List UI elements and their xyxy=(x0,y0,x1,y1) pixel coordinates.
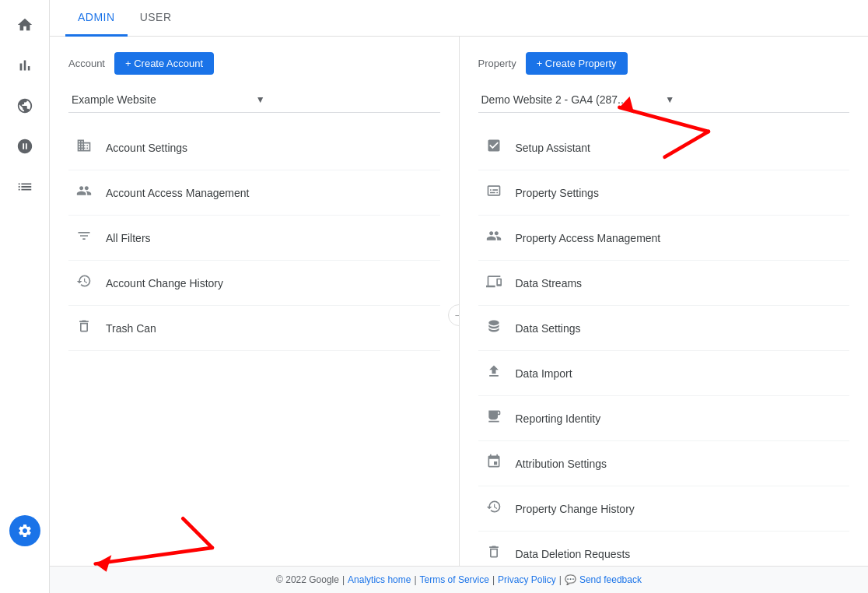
menu-item-reporting-identity-label: Reporting Identity xyxy=(516,412,601,425)
account-menu-items: Account Settings Account Access Manageme… xyxy=(68,125,440,351)
footer-feedback[interactable]: Send feedback xyxy=(579,574,642,585)
sidebar-item-home[interactable] xyxy=(6,6,44,44)
create-property-button[interactable]: + Create Property xyxy=(526,52,628,75)
menu-item-data-import[interactable]: Data Import xyxy=(478,351,850,396)
footer-sep3: | xyxy=(559,574,562,585)
account-dropdown-value: Example Website xyxy=(72,93,253,106)
account-column: Account + Create Account Example Website… xyxy=(50,37,460,593)
menu-item-data-settings-label: Data Settings xyxy=(516,322,581,335)
footer-copyright: © 2022 Google xyxy=(276,574,339,585)
menu-item-property-settings[interactable]: Property Settings xyxy=(478,170,850,216)
account-settings-icon xyxy=(75,138,93,157)
menu-item-property-access-management[interactable]: Property Access Management xyxy=(478,216,850,261)
footer: © 2022 Google | Analytics home | Terms o… xyxy=(50,566,868,593)
footer-privacy[interactable]: Privacy Policy xyxy=(498,574,556,585)
advertising-icon xyxy=(16,138,33,155)
menu-item-property-settings-label: Property Settings xyxy=(516,187,599,199)
menu-item-setup-assistant[interactable]: Setup Assistant xyxy=(478,125,850,170)
account-access-icon xyxy=(75,183,93,202)
sidebar-bottom xyxy=(9,515,40,546)
footer-separator: | xyxy=(342,574,345,585)
list-icon xyxy=(16,178,33,195)
property-change-history-icon xyxy=(485,499,503,518)
menu-item-account-change-history-label: Account Change History xyxy=(106,277,223,289)
sidebar xyxy=(0,0,50,593)
menu-item-reporting-identity[interactable]: Reporting Identity xyxy=(478,396,850,441)
account-change-history-icon xyxy=(75,273,93,293)
tab-user[interactable]: USER xyxy=(128,0,184,37)
property-dropdown-arrow: ▼ xyxy=(665,94,846,105)
home-icon xyxy=(16,16,33,33)
menu-item-attribution-settings-label: Attribution Settings xyxy=(516,458,607,470)
data-import-icon xyxy=(485,363,503,383)
menu-item-property-change-history-label: Property Change History xyxy=(516,503,635,515)
property-column: Property + Create Property Demo Website … xyxy=(460,37,869,593)
reporting-identity-icon xyxy=(485,409,503,428)
attribution-settings-icon xyxy=(485,454,503,473)
data-streams-icon xyxy=(485,273,503,293)
sidebar-item-reports[interactable] xyxy=(6,47,44,84)
account-dropdown[interactable]: Example Website ▼ xyxy=(68,87,440,113)
menu-item-data-deletion-label: Data Deletion Requests xyxy=(516,548,631,560)
create-account-button[interactable]: + Create Account xyxy=(114,52,214,75)
data-deletion-icon xyxy=(485,544,503,563)
column-divider-arrow: → xyxy=(448,304,460,326)
property-settings-icon xyxy=(485,183,503,202)
account-label: Account xyxy=(68,58,105,69)
property-access-icon xyxy=(485,228,503,247)
footer-sep2: | xyxy=(492,574,495,585)
menu-item-account-change-history[interactable]: Account Change History xyxy=(68,261,440,306)
menu-item-account-access-label: Account Access Management xyxy=(106,187,249,199)
menu-item-data-settings[interactable]: Data Settings xyxy=(478,306,850,351)
trash-can-icon xyxy=(75,318,93,338)
menu-item-data-streams-label: Data Streams xyxy=(516,277,583,289)
menu-item-all-filters-label: All Filters xyxy=(106,232,151,244)
account-column-header: Account + Create Account xyxy=(68,52,440,75)
property-column-header: Property + Create Property xyxy=(478,52,850,75)
account-dropdown-arrow: ▼ xyxy=(256,94,437,105)
menu-item-trash-can[interactable]: Trash Can xyxy=(68,306,440,351)
property-menu-items: Setup Assistant Property Settings Proper… xyxy=(478,125,850,577)
menu-item-attribution-settings[interactable]: Attribution Settings xyxy=(478,441,850,486)
menu-item-all-filters[interactable]: All Filters xyxy=(68,216,440,261)
sidebar-item-configure[interactable] xyxy=(6,168,44,205)
tabs-bar: ADMIN USER xyxy=(50,0,868,37)
property-dropdown[interactable]: Demo Website 2 - GA4 (287... ▼ xyxy=(478,87,850,113)
menu-item-trash-can-label: Trash Can xyxy=(106,322,156,335)
menu-item-account-access-management[interactable]: Account Access Management xyxy=(68,170,440,216)
setup-assistant-icon xyxy=(485,138,503,157)
property-label: Property xyxy=(478,58,516,69)
admin-settings-button[interactable] xyxy=(9,515,40,546)
admin-content-area: Account + Create Account Example Website… xyxy=(50,37,868,593)
sidebar-item-advertising[interactable] xyxy=(6,128,44,165)
menu-item-property-change-history[interactable]: Property Change History xyxy=(478,486,850,532)
explore-icon xyxy=(16,97,33,114)
data-settings-icon xyxy=(485,318,503,338)
sidebar-item-explore[interactable] xyxy=(6,87,44,125)
reports-icon xyxy=(16,57,33,74)
footer-terms[interactable]: Terms of Service xyxy=(420,574,489,585)
main-content: ADMIN USER Account + Create Account Exam… xyxy=(50,0,868,593)
all-filters-icon xyxy=(75,228,93,247)
feedback-icon: 💬 xyxy=(565,574,576,585)
tab-admin[interactable]: ADMIN xyxy=(65,0,128,37)
gear-icon xyxy=(17,523,33,539)
footer-sep1: | xyxy=(414,574,416,585)
menu-item-account-settings[interactable]: Account Settings xyxy=(68,125,440,170)
property-dropdown-value: Demo Website 2 - GA4 (287... xyxy=(481,93,663,106)
menu-item-account-settings-label: Account Settings xyxy=(106,142,187,154)
menu-item-setup-assistant-label: Setup Assistant xyxy=(516,142,591,154)
footer-analytics-home[interactable]: Analytics home xyxy=(348,574,411,585)
menu-item-data-import-label: Data Import xyxy=(516,367,572,380)
menu-item-property-access-label: Property Access Management xyxy=(516,232,661,244)
menu-item-data-streams[interactable]: Data Streams xyxy=(478,261,850,306)
